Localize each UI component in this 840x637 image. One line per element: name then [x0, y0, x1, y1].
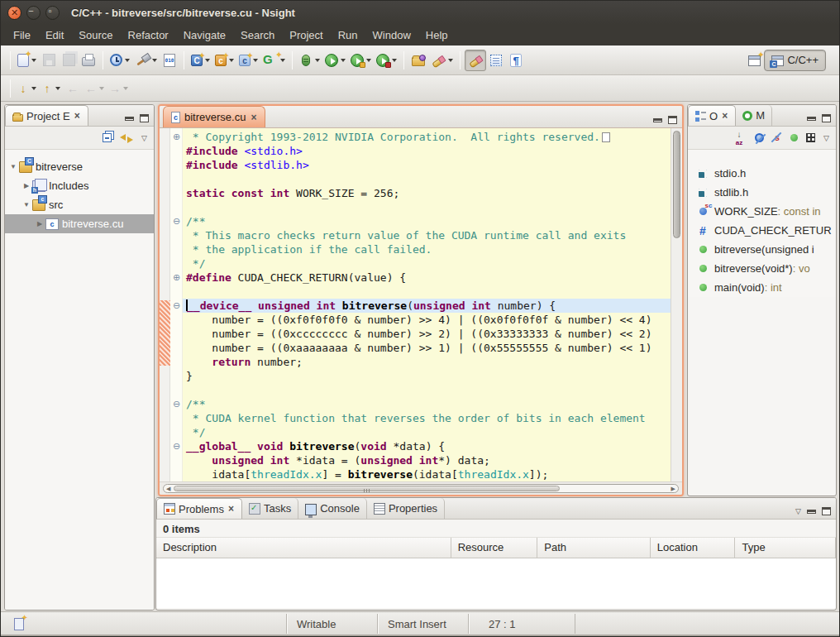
column-header-description[interactable]: Description: [156, 538, 451, 558]
profile-button[interactable]: [107, 50, 132, 71]
menu-source[interactable]: Source: [71, 26, 120, 45]
expander-open-icon[interactable]: ▼: [21, 201, 31, 208]
outline-item-stdio-h[interactable]: stdio.h: [688, 164, 836, 183]
outline-item-bitreverse-unsigned-i[interactable]: bitreverse(unsigned i: [688, 240, 836, 259]
menu-file[interactable]: File: [6, 26, 38, 45]
tab-project-explorer[interactable]: Project E ×: [5, 105, 88, 126]
editor-horizontal-scrollbar[interactable]: ◀ ▶: [160, 481, 682, 495]
new-cpp-class-button[interactable]: c: [212, 50, 236, 71]
code-line[interactable]: idata[threadIdx.x] = bitreverse(idata[th…: [186, 467, 671, 481]
minimize-view-icon[interactable]: [807, 510, 816, 514]
tree-item-includes[interactable]: ▶Includes: [5, 176, 154, 195]
code-line[interactable]: #include <stdio.h>: [186, 144, 671, 158]
cpp-perspective-button[interactable]: C C/C++: [764, 50, 826, 71]
vertical-scrollbar-thumb[interactable]: [673, 131, 680, 238]
column-header-path[interactable]: Path: [537, 538, 651, 558]
code-line[interactable]: number = ((0xcccccccc & number) >> 2) | …: [186, 327, 671, 341]
debug-button[interactable]: [297, 50, 322, 71]
folding-ruler[interactable]: ⊕⊖⊕⊖⊖⊖: [170, 128, 183, 481]
code-line[interactable]: * This macro checks return value of the …: [186, 228, 671, 242]
close-icon[interactable]: ×: [250, 112, 257, 123]
open-perspective-button[interactable]: [744, 50, 764, 71]
code-line[interactable]: * Copyright 1993-2012 NVIDIA Corporation…: [186, 130, 671, 144]
new-source-file-button[interactable]: c: [236, 50, 260, 71]
hide-non-public-icon[interactable]: [790, 134, 798, 141]
code-line[interactable]: */: [186, 425, 671, 439]
link-with-editor-icon[interactable]: [120, 133, 133, 143]
maximize-view-icon[interactable]: [822, 114, 831, 122]
window-close-button[interactable]: ✕: [7, 6, 21, 20]
menu-navigate[interactable]: Navigate: [176, 26, 233, 45]
code-line[interactable]: [186, 172, 671, 186]
maximize-editor-icon[interactable]: [668, 116, 677, 124]
code-line[interactable]: static const int WORK_SIZE = 256;: [186, 186, 671, 200]
tree-item-src[interactable]: ▼src: [5, 195, 154, 214]
fold-expand-icon[interactable]: ⊕: [171, 130, 182, 144]
editor-status-icon[interactable]: [14, 618, 24, 630]
next-annotation-button[interactable]: ↓: [15, 78, 39, 99]
minimize-editor-icon[interactable]: [653, 118, 662, 122]
window-minimize-button[interactable]: −: [26, 6, 41, 20]
fold-collapse-icon[interactable]: ⊖: [171, 397, 182, 411]
run-button[interactable]: [322, 50, 348, 71]
previous-annotation-button[interactable]: ↑: [39, 78, 63, 99]
close-icon[interactable]: ×: [74, 110, 81, 122]
code-editor[interactable]: * Copyright 1993-2012 NVIDIA Corporation…: [183, 128, 671, 481]
tab-editor-bitreverse[interactable]: bitreverse.cu ×: [163, 106, 265, 127]
editor-vertical-scrollbar[interactable]: [671, 128, 682, 481]
code-line[interactable]: [186, 383, 671, 397]
outline-item-main-void-[interactable]: main(void) : int: [688, 278, 836, 297]
show-whitespace-toggle[interactable]: ¶: [506, 50, 526, 71]
save-button[interactable]: [39, 50, 59, 71]
forward-button[interactable]: →: [107, 78, 131, 99]
expander-closed-icon[interactable]: ▶: [21, 182, 31, 189]
code-line[interactable]: #define CUDA_CHECK_RETURN(value) {: [186, 271, 671, 285]
expander-closed-icon[interactable]: ▶: [35, 220, 45, 228]
menu-refactor[interactable]: Refactor: [121, 26, 176, 45]
code-line[interactable]: unsigned int *idata = (unsigned int*) da…: [186, 453, 671, 467]
annotation-ruler[interactable]: [160, 128, 170, 481]
save-all-button[interactable]: [59, 50, 79, 71]
menu-run[interactable]: Run: [331, 26, 365, 45]
mark-occurrences-toggle[interactable]: [465, 50, 486, 71]
maximize-view-icon[interactable]: [140, 114, 149, 122]
tree-item-bitreverse[interactable]: ▼bitreverse: [5, 157, 154, 176]
block-selection-toggle[interactable]: [486, 50, 506, 71]
fold-expand-icon[interactable]: ⊕: [171, 271, 182, 285]
tab-properties[interactable]: Properties: [367, 498, 445, 519]
search-button[interactable]: [428, 50, 456, 71]
column-header-resource[interactable]: Resource: [451, 538, 538, 558]
code-line[interactable]: * the application if the call failed.: [186, 242, 671, 256]
outline-item-work-size[interactable]: scWORK_SIZE : const in: [688, 202, 836, 221]
outline-item-bitreverse-void-[interactable]: bitreverse(void*) : vo: [688, 259, 836, 278]
menu-edit[interactable]: Edit: [38, 26, 71, 45]
external-tools-button[interactable]: [374, 50, 399, 71]
view-menu-icon[interactable]: ▽: [795, 507, 801, 515]
binary-view-button[interactable]: 010: [160, 50, 179, 71]
minimize-view-icon[interactable]: [125, 117, 134, 121]
code-line[interactable]: /**: [186, 397, 671, 411]
code-line[interactable]: [186, 285, 671, 299]
hide-fields-icon[interactable]: [755, 133, 764, 142]
minimize-view-icon[interactable]: [807, 117, 816, 121]
code-line[interactable]: [186, 200, 671, 214]
new-cuda-project-button[interactable]: C: [189, 50, 212, 71]
open-element-button[interactable]: [408, 50, 428, 71]
last-edit-location-button[interactable]: ←: [63, 78, 83, 99]
view-menu-icon[interactable]: ▽: [823, 134, 829, 142]
code-line[interactable]: }: [186, 369, 671, 383]
window-maximize-button[interactable]: ▫: [45, 6, 60, 20]
column-header-location[interactable]: Location: [651, 538, 736, 558]
view-menu-icon[interactable]: ▽: [141, 134, 147, 142]
column-header-type[interactable]: Type: [735, 538, 836, 558]
tree-item-bitreverse-cu[interactable]: ▶bitreverse.cu: [5, 214, 154, 233]
tab-tasks[interactable]: Tasks: [242, 498, 298, 519]
fold-collapse-icon[interactable]: ⊖: [171, 214, 182, 228]
menu-help[interactable]: Help: [418, 26, 456, 45]
code-line[interactable]: * CUDA kernel function that reverses the…: [186, 411, 671, 425]
scroll-right-icon[interactable]: ▶: [671, 486, 675, 492]
fold-collapse-icon[interactable]: ⊖: [171, 299, 182, 313]
collapse-all-icon[interactable]: [103, 133, 112, 142]
horizontal-scrollbar-thumb[interactable]: [174, 486, 560, 491]
outline-item-cuda-check-retur[interactable]: #CUDA_CHECK_RETUR: [688, 221, 836, 240]
